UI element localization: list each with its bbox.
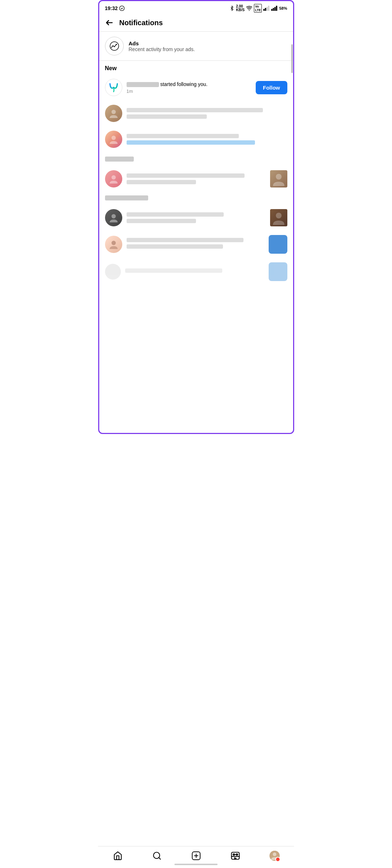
svg-rect-4 — [266, 7, 268, 11]
svg-point-16 — [111, 214, 116, 218]
section-label-earlier-blurred — [105, 157, 134, 162]
blurred-text-1 — [127, 108, 263, 112]
back-button[interactable] — [105, 18, 114, 27]
ads-section[interactable]: Ads Recent activity from your ads. — [99, 32, 293, 60]
network-speed: 2.00KB/S — [236, 5, 245, 12]
blurred-text-5b — [127, 244, 223, 249]
notification-item-2[interactable] — [99, 126, 293, 152]
main-content: Ads Recent activity from your ads. New — [99, 32, 293, 314]
thumb-icon-2 — [270, 209, 287, 226]
svg-rect-2 — [264, 9, 265, 11]
header: Notifications — [99, 14, 293, 31]
trending-icon — [109, 41, 119, 51]
wifi-icon — [246, 6, 252, 11]
svg-point-10 — [110, 42, 119, 50]
section-label-earlier2-blurred — [105, 195, 148, 200]
avatar-wishlist — [105, 79, 122, 96]
svg-point-0 — [120, 6, 124, 10]
avatar-person-4 — [105, 209, 122, 226]
signal-icon-1 — [263, 6, 270, 11]
ads-subtitle: Recent activity from your ads. — [129, 46, 195, 52]
notification-item-5[interactable] — [99, 231, 293, 258]
notification-4-text-block — [127, 212, 266, 223]
notification-1-text-block — [127, 108, 287, 119]
notification-item-1[interactable] — [99, 100, 293, 126]
blurred-text-5a — [127, 238, 244, 242]
notification-time: 1m — [127, 89, 252, 94]
blurred-text-2a — [127, 134, 239, 138]
volte-icon: VoLTE — [254, 4, 262, 13]
section-label-earlier2-container — [99, 192, 293, 205]
avatar-person-1 — [105, 105, 122, 122]
notification-follow-text-block: started following you. 1m — [127, 81, 252, 94]
svg-point-18 — [276, 213, 282, 218]
ads-icon — [105, 37, 124, 55]
blurred-text-3a — [127, 173, 245, 178]
section-label-new: New — [99, 61, 293, 74]
notification-item-6[interactable] — [99, 258, 293, 285]
ads-text-block: Ads Recent activity from your ads. — [129, 40, 195, 52]
status-bar: 19:32 2.00KB/S VoLTE — [99, 1, 293, 14]
bluetooth-icon — [229, 5, 234, 11]
thumbnail-3 — [269, 235, 287, 254]
section-label-earlier-container — [99, 152, 293, 166]
svg-rect-6 — [272, 9, 273, 11]
notification-2-text-block — [127, 134, 287, 145]
follow-button[interactable]: Follow — [256, 81, 287, 94]
status-time: 19:32 — [105, 5, 125, 11]
svg-rect-3 — [265, 8, 266, 11]
username-blurred — [127, 82, 159, 87]
avatar-person-5 — [105, 236, 122, 253]
follow-text: started following you. — [160, 81, 208, 87]
page-title: Notifications — [119, 19, 163, 27]
thumbnail-4 — [269, 262, 287, 281]
battery-level: 58% — [279, 6, 287, 10]
svg-rect-9 — [276, 6, 278, 11]
svg-point-1 — [249, 10, 250, 11]
avatar-placeholder — [105, 264, 121, 280]
person-icon-2 — [108, 134, 119, 145]
notification-6-text-block — [125, 268, 264, 275]
thumb-icon-1 — [270, 170, 287, 187]
check-circle-icon — [119, 5, 125, 11]
svg-point-13 — [111, 175, 116, 180]
scrollbar-thumb — [291, 44, 293, 73]
svg-rect-7 — [273, 8, 274, 11]
notification-follow[interactable]: started following you. 1m Follow — [99, 74, 293, 100]
person-icon-1 — [108, 108, 119, 119]
person-icon-5 — [108, 239, 119, 250]
svg-point-15 — [276, 174, 282, 180]
notification-3-text-block — [127, 173, 266, 184]
svg-rect-5 — [268, 6, 270, 11]
blurred-text-6a — [125, 268, 223, 273]
svg-point-12 — [111, 136, 116, 140]
blurred-text-3b — [127, 180, 196, 184]
avatar-person-3 — [105, 170, 122, 187]
notification-item-3[interactable] — [99, 166, 293, 192]
thumbnail-1 — [270, 170, 287, 187]
notification-5-text-block — [127, 238, 264, 251]
notification-item-4[interactable] — [99, 205, 293, 231]
status-icons: 2.00KB/S VoLTE 58% — [229, 4, 287, 13]
blurred-text-1b — [127, 114, 207, 119]
svg-rect-8 — [274, 7, 276, 11]
person-icon-3 — [108, 173, 119, 184]
svg-point-19 — [111, 241, 116, 245]
avatar-person-2 — [105, 131, 122, 148]
notification-follow-text: started following you. — [127, 81, 252, 87]
blurred-blue-text — [127, 140, 255, 145]
wishlist-logo-icon — [108, 81, 120, 94]
signal-icon-2 — [271, 6, 278, 11]
blurred-text-4b — [127, 219, 196, 223]
thumbnail-2 — [270, 209, 287, 226]
svg-point-11 — [111, 110, 116, 114]
blurred-text-4a — [127, 212, 224, 217]
ads-title: Ads — [129, 40, 195, 46]
person-icon-4 — [108, 212, 119, 223]
